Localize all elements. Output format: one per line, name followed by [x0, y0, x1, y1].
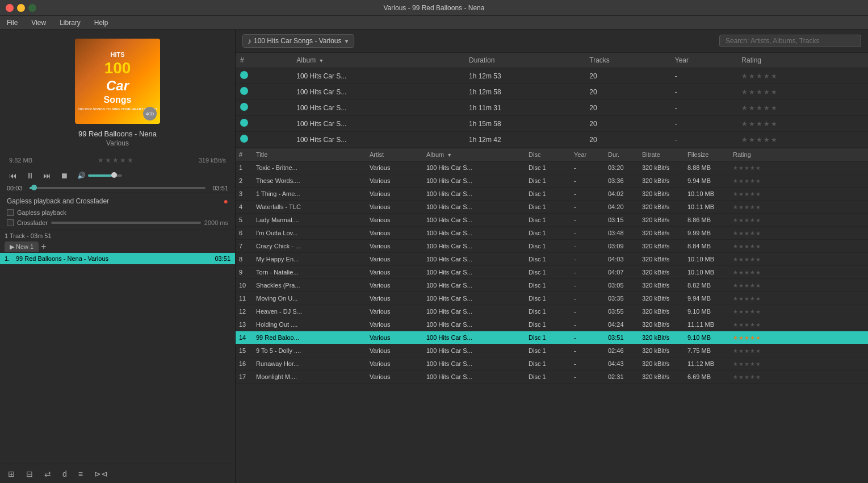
albums-col-tracks[interactable]: Tracks [585, 53, 670, 68]
track-star[interactable]: ★ [739, 243, 744, 249]
track-star[interactable]: ★ [750, 243, 755, 249]
track-rating[interactable]: ★★★★★ [729, 280, 868, 292]
track-row[interactable]: 9Torn - Natalie...Various100 Hits Car S.… [236, 266, 868, 279]
track-star[interactable]: ★ [744, 269, 749, 276]
maximize-button[interactable] [28, 4, 36, 12]
tracks-col-num[interactable]: # [236, 151, 253, 158]
track-star[interactable]: ★ [744, 348, 749, 354]
track-star[interactable]: ★ [750, 230, 755, 236]
track-star[interactable]: ★ [750, 256, 755, 263]
close-button[interactable] [6, 4, 14, 12]
track-row[interactable]: 11Moving On U...Various100 Hits Car S...… [236, 292, 868, 305]
star[interactable]: ★ [749, 72, 755, 80]
albums-col-duration[interactable]: Duration [464, 53, 585, 68]
star[interactable]: ★ [749, 136, 755, 144]
toolbar-btn-shuffle[interactable]: ⇄ [42, 468, 53, 480]
track-star[interactable]: ★ [744, 191, 749, 197]
track-star[interactable]: ★ [744, 309, 749, 315]
star[interactable]: ★ [756, 72, 762, 80]
track-row[interactable]: 31 Thing - Ame...Various100 Hits Car S..… [236, 188, 868, 201]
track-star[interactable]: ★ [744, 361, 749, 367]
track-row[interactable]: 10Shackles (Pra...Various100 Hits Car S.… [236, 279, 868, 292]
track-rating[interactable]: ★★★★★ [729, 371, 868, 383]
track-star[interactable]: ★ [756, 204, 761, 210]
tracks-col-year[interactable]: Year [571, 151, 605, 158]
menu-view[interactable]: View [29, 18, 48, 28]
track-star[interactable]: ★ [750, 191, 755, 197]
toolbar-btn-queue[interactable]: ≡ [76, 468, 85, 480]
albums-table-row[interactable]: 100 Hits Car S...1h 15m 5820-★★★★★ [236, 116, 868, 132]
track-star[interactable]: ★ [750, 374, 755, 380]
track-star[interactable]: ★ [750, 282, 755, 289]
tracks-col-title[interactable]: Title [253, 151, 366, 158]
track-star[interactable]: ★ [733, 295, 738, 302]
track-row[interactable]: 1499 Red Baloo...Various100 Hits Car S..… [236, 331, 868, 344]
tracks-col-disc[interactable]: Disc [525, 151, 571, 158]
track-star[interactable]: ★ [750, 204, 755, 210]
track-star[interactable]: ★ [733, 230, 738, 236]
crossfader-checkbox[interactable] [7, 219, 14, 226]
track-row[interactable]: 2These Words....Various100 Hits Car S...… [236, 174, 868, 188]
star[interactable]: ★ [749, 88, 755, 96]
track-star[interactable]: ★ [756, 348, 761, 354]
search-input[interactable] [719, 35, 861, 47]
play-button[interactable]: ⏭ [41, 170, 53, 181]
star[interactable]: ★ [749, 104, 755, 112]
track-rating[interactable]: ★★★★★ [729, 253, 868, 265]
tracks-col-rating[interactable]: Rating [729, 151, 868, 158]
volume-slider[interactable] [88, 174, 122, 177]
star[interactable]: ★ [764, 104, 770, 112]
rating-stars[interactable]: ★★★★★ [741, 88, 863, 96]
track-star[interactable]: ★ [744, 322, 749, 328]
track-star[interactable]: ★ [733, 374, 738, 380]
track-star[interactable]: ★ [733, 282, 738, 289]
track-star[interactable]: ★ [739, 282, 744, 289]
track-star[interactable]: ★ [756, 191, 761, 197]
star[interactable]: ★ [749, 120, 755, 128]
tracks-col-album[interactable]: Album ▼ [423, 151, 525, 158]
track-star[interactable]: ★ [739, 178, 744, 184]
star[interactable]: ★ [764, 72, 770, 80]
track-rating[interactable]: ★★★★★ [729, 319, 868, 331]
track-star[interactable]: ★ [756, 178, 761, 184]
track-star[interactable]: ★ [739, 309, 744, 315]
track-star[interactable]: ★ [750, 361, 755, 367]
track-star[interactable]: ★ [750, 217, 755, 223]
track-star[interactable]: ★ [750, 269, 755, 276]
track-row[interactable]: 17Moonlight M....Various100 Hits Car S..… [236, 370, 868, 384]
star[interactable]: ★ [741, 120, 748, 128]
add-playlist-tab-button[interactable]: + [41, 242, 46, 252]
track-star[interactable]: ★ [733, 204, 738, 210]
playlist-item[interactable]: 1. 99 Red Balloons - Nena - Various 03:5… [0, 253, 235, 264]
tracks-col-artist[interactable]: Artist [366, 151, 423, 158]
track-row[interactable]: 5Lady Marmal....Various100 Hits Car S...… [236, 214, 868, 227]
album-selector[interactable]: ♪ 100 Hits Car Songs - Various ▼ [242, 34, 354, 48]
track-star[interactable]: ★ [739, 361, 744, 367]
track-star[interactable]: ★ [744, 178, 749, 184]
track-star[interactable]: ★ [744, 256, 749, 263]
star[interactable]: ★ [771, 136, 777, 144]
track-star[interactable]: ★ [744, 204, 749, 210]
star[interactable]: ★ [764, 136, 770, 144]
track-star[interactable]: ★ [756, 309, 761, 315]
track-row[interactable]: 4Waterfalls - TLCVarious100 Hits Car S..… [236, 201, 868, 214]
track-row[interactable]: 16Runaway Hor...Various100 Hits Car S...… [236, 357, 868, 370]
rating-stars[interactable]: ★★★★★ [741, 136, 863, 144]
track-star[interactable]: ★ [744, 335, 749, 341]
track-rating[interactable]: ★★★★★ [729, 175, 868, 187]
track-rating[interactable]: ★★★★★ [729, 240, 868, 252]
star[interactable]: ★ [756, 88, 762, 96]
track-row[interactable]: 7Crazy Chick - ...Various100 Hits Car S.… [236, 240, 868, 253]
track-star[interactable]: ★ [756, 269, 761, 276]
star[interactable]: ★ [764, 88, 770, 96]
menu-help[interactable]: Help [92, 18, 111, 28]
star[interactable]: ★ [756, 136, 762, 144]
rating-stars[interactable]: ★★★★★ [741, 72, 863, 80]
track-star[interactable]: ★ [750, 335, 755, 341]
tracks-col-filesize[interactable]: Filesize [684, 151, 729, 158]
track-rating[interactable]: ★★★★★ [729, 358, 868, 370]
star[interactable]: ★ [741, 136, 748, 144]
track-row[interactable]: 13Holding Out ....Various100 Hits Car S.… [236, 318, 868, 331]
track-row[interactable]: 8My Happy En...Various100 Hits Car S...D… [236, 253, 868, 266]
track-star[interactable]: ★ [739, 335, 744, 341]
